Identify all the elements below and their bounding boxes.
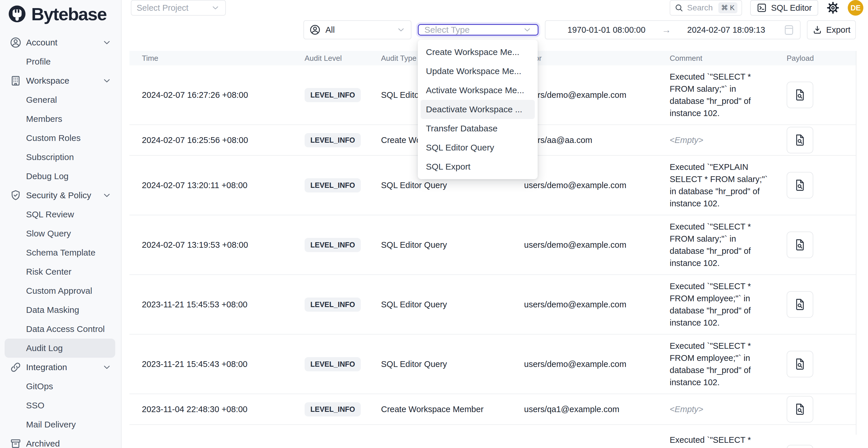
- column-header-actor: Actor: [524, 54, 670, 63]
- sidebar-item-archived[interactable]: Archived: [0, 434, 121, 448]
- file-search-icon: [793, 357, 807, 371]
- row-time: 2024-02-07 13:20:11 +08:00: [129, 181, 305, 190]
- sidebar-item-subscription[interactable]: Subscription: [0, 148, 121, 167]
- level-badge: LEVEL_INFO: [305, 357, 361, 371]
- date-range-start[interactable]: 1970-01-01 08:00:00: [551, 25, 662, 35]
- payload-view-button[interactable]: [787, 351, 813, 377]
- chevron-down-icon: [102, 190, 112, 200]
- sidebar-item-audit-log[interactable]: Audit Log: [5, 339, 115, 358]
- type-filter-select[interactable]: Select Type Create Workspace Me... Updat…: [418, 24, 538, 36]
- row-comment: Executed `"SELECT * FROM employee;"` in …: [670, 340, 770, 388]
- filter-bar: All Select Type Create Workspace Me... U…: [122, 20, 868, 39]
- dropdown-option-deactivate-workspace-member[interactable]: Deactivate Workspace ...: [421, 100, 535, 119]
- search-input[interactable]: Search ⌘ K: [670, 0, 742, 15]
- payload-view-button[interactable]: [787, 82, 813, 108]
- topbar-right: Search ⌘ K SQL Editor DE: [670, 0, 863, 15]
- gear-icon[interactable]: [826, 1, 840, 14]
- main-area: Select Project Search ⌘ K SQL Editor DE: [122, 0, 868, 448]
- row-actor: users/demo@example.com: [524, 300, 670, 309]
- sidebar-item-data-access-control[interactable]: Data Access Control: [0, 320, 121, 339]
- row-level: LEVEL_INFO: [305, 238, 381, 252]
- sidebar-item-debug-log[interactable]: Debug Log: [0, 167, 121, 186]
- link-icon: [9, 361, 22, 373]
- sidebar-item-sql-review[interactable]: SQL Review: [0, 205, 121, 224]
- chevron-down-icon: [102, 76, 112, 86]
- user-circle-icon: [9, 36, 22, 49]
- sidebar-item-slow-query[interactable]: Slow Query: [0, 224, 121, 243]
- row-time: 2024-02-07 16:25:56 +08:00: [129, 135, 305, 145]
- payload-view-button[interactable]: [787, 231, 813, 258]
- sidebar-item-general[interactable]: General: [0, 90, 121, 109]
- level-badge: LEVEL_INFO: [305, 88, 361, 102]
- project-select[interactable]: Select Project: [131, 0, 226, 15]
- shield-check-icon: [9, 189, 22, 201]
- payload-view-button[interactable]: [787, 172, 813, 198]
- sidebar-item-custom-approval[interactable]: Custom Approval: [0, 281, 121, 300]
- row-comment: Executed `"EXPLAIN SELECT * FROM salary;…: [670, 161, 770, 210]
- row-time: 2023-11-04 22:48:30 +08:00: [129, 405, 305, 414]
- sql-editor-button[interactable]: SQL Editor: [750, 0, 818, 15]
- table-row: 2023-11-21 15:45:53 +08:00 LEVEL_INFO SQ…: [129, 275, 856, 334]
- sidebar-item-account[interactable]: Account: [0, 33, 121, 52]
- project-select-placeholder: Select Project: [137, 3, 188, 13]
- sidebar-item-members[interactable]: Members: [0, 109, 121, 128]
- level-badge: LEVEL_INFO: [305, 178, 361, 192]
- level-badge: LEVEL_INFO: [305, 238, 361, 252]
- payload-view-button[interactable]: [787, 127, 813, 153]
- date-range-picker[interactable]: 1970-01-01 08:00:00 → 2024-02-07 18:09:1…: [545, 20, 801, 39]
- row-actor: users/aa@aa.com: [524, 135, 670, 145]
- building-icon: [9, 75, 22, 87]
- sidebar-item-integration[interactable]: Integration: [0, 358, 121, 377]
- date-range-end[interactable]: 2024-02-07 18:09:13: [671, 25, 782, 35]
- sidebar-item-custom-roles[interactable]: Custom Roles: [0, 128, 121, 148]
- bytebase-app: Bytebase Account Profile Workspace Gener…: [0, 0, 868, 448]
- topbar: Select Project Search ⌘ K SQL Editor DE: [122, 0, 868, 15]
- row-type: SQL Editor Query: [381, 300, 524, 309]
- type-filter-dropdown: Create Workspace Me... Update Workspace …: [418, 40, 538, 179]
- column-header-comment: Comment: [670, 54, 787, 63]
- sidebar-item-sso[interactable]: SSO: [0, 396, 121, 415]
- brand-logo[interactable]: Bytebase: [0, 0, 121, 28]
- arrow-right-icon: →: [662, 25, 671, 35]
- row-actor: users/demo@example.com: [524, 240, 670, 250]
- sidebar-item-mail-delivery[interactable]: Mail Delivery: [0, 415, 121, 434]
- row-comment: Executed `"SELECT * FROM salary;"` in da…: [670, 221, 770, 269]
- avatar[interactable]: DE: [848, 0, 863, 15]
- row-comment: Executed `"SELECT * FROM salary;"` in da…: [670, 71, 770, 119]
- file-search-icon: [793, 238, 807, 252]
- actor-filter-select[interactable]: All: [303, 20, 411, 39]
- brand-name: Bytebase: [31, 4, 106, 24]
- sidebar-item-schema-template[interactable]: Schema Template: [0, 243, 121, 262]
- row-actor: users/demo@example.com: [524, 90, 670, 100]
- dropdown-option-sql-export[interactable]: SQL Export: [421, 157, 535, 176]
- level-badge: LEVEL_INFO: [305, 402, 361, 416]
- sidebar-item-security-policy[interactable]: Security & Policy: [0, 186, 121, 205]
- column-header-audit-level: Audit Level: [305, 54, 381, 63]
- dropdown-option-sql-editor-query[interactable]: SQL Editor Query: [421, 138, 535, 157]
- dropdown-option-update-workspace-member[interactable]: Update Workspace Me...: [421, 62, 535, 81]
- sidebar-item-data-masking[interactable]: Data Masking: [0, 300, 121, 320]
- payload-view-button[interactable]: [787, 291, 813, 318]
- dropdown-option-create-workspace-member[interactable]: Create Workspace Me...: [421, 42, 535, 62]
- user-circle-icon: [309, 24, 321, 36]
- payload-view-button[interactable]: [787, 396, 813, 422]
- dropdown-option-activate-workspace-member[interactable]: Activate Workspace Me...: [421, 81, 535, 100]
- payload-view-button[interactable]: [787, 445, 813, 448]
- sidebar-item-profile[interactable]: Profile: [0, 52, 121, 71]
- sidebar-item-gitops[interactable]: GitOps: [0, 377, 121, 396]
- download-icon: [812, 25, 822, 35]
- file-search-icon: [793, 403, 807, 416]
- dropdown-option-transfer-database[interactable]: Transfer Database: [421, 119, 535, 138]
- sidebar-item-risk-center[interactable]: Risk Center: [0, 262, 121, 281]
- row-comment: <Empty>: [670, 403, 770, 415]
- row-level: LEVEL_INFO: [305, 88, 381, 102]
- row-actor: users/demo@example.com: [524, 181, 670, 190]
- row-time: 2023-11-21 15:45:43 +08:00: [129, 359, 305, 369]
- row-type: SQL Editor Query: [381, 240, 524, 250]
- row-time: 2024-02-07 13:19:53 +08:00: [129, 240, 305, 250]
- sidebar-item-workspace[interactable]: Workspace: [0, 71, 121, 90]
- row-level: LEVEL_INFO: [305, 357, 381, 371]
- row-time: 2023-11-21 15:45:53 +08:00: [129, 300, 305, 309]
- export-button[interactable]: Export: [807, 20, 856, 39]
- row-level: LEVEL_INFO: [305, 297, 381, 312]
